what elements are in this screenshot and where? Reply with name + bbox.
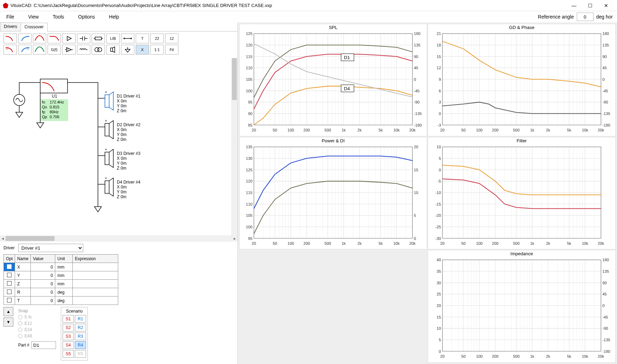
chart-impedance[interactable]: Impedance0510152025303540-180-135-90-450… (428, 250, 616, 363)
tool-lowpass2-red-icon[interactable] (3, 45, 17, 55)
table-row[interactable]: T0deg (4, 297, 118, 305)
tool-ground-icon[interactable] (121, 45, 134, 55)
tool-num2[interactable]: 12 (165, 34, 178, 43)
tool-play-icon[interactable] (62, 34, 76, 43)
svg-text:0: 0 (439, 349, 441, 354)
tool-buffer-icon[interactable] (62, 45, 76, 55)
scenario-R5[interactable]: R5 (75, 350, 86, 358)
refangle-input[interactable] (577, 13, 594, 21)
scenario-S3[interactable]: S3 (63, 333, 74, 340)
maximize-button[interactable]: ☐ (582, 0, 598, 11)
minimize-button[interactable]: — (566, 0, 582, 11)
svg-text:20k: 20k (598, 354, 604, 358)
driver-select[interactable]: Driver #1 (18, 244, 83, 252)
svg-text:X 0m: X 0m (117, 99, 127, 104)
tool-transfer-button[interactable]: G(f) (48, 45, 61, 55)
tab-crossover[interactable]: Crossover (21, 23, 48, 31)
svg-rect-5 (111, 48, 113, 51)
tool-zoom-fit[interactable]: Fit (165, 45, 178, 55)
svg-text:5k: 5k (567, 354, 571, 358)
refangle-unit: deg hor (596, 14, 613, 20)
menu-file[interactable]: File (4, 13, 16, 21)
svg-text:2k: 2k (546, 241, 550, 245)
snap-label: Snap (18, 308, 56, 313)
menu-options[interactable]: Options (76, 13, 97, 21)
chart-gdphase[interactable]: GD & Phase-3036912151821-180-135-90-4504… (428, 24, 616, 136)
tool-transformer-icon[interactable] (92, 45, 105, 55)
chart-powerdi[interactable]: Power & DI951001051101151201251301350510… (239, 137, 427, 250)
property-table[interactable]: Opt Name Value Unit Expression X0mmY0mmZ… (3, 254, 118, 305)
svg-point-4 (98, 48, 102, 52)
move-down-button[interactable]: ▼ (3, 317, 13, 327)
menu-tools[interactable]: Tools (51, 13, 66, 21)
svg-text:20: 20 (440, 241, 445, 245)
table-row[interactable]: X0mm (4, 263, 118, 271)
block-u1-name: U1 (52, 94, 57, 99)
svg-text:50: 50 (461, 354, 466, 358)
tool-lowpass-red-icon[interactable] (3, 34, 17, 43)
scenario-S5[interactable]: S5 (63, 350, 74, 358)
schematic-scrollbar-v[interactable] (231, 58, 237, 235)
schematic-canvas[interactable]: U1 fo172.4Hz Qo0.815 fp80Hz Qp0.706 + D1… (0, 58, 237, 235)
svg-text:D2 Driver #2: D2 Driver #2 (117, 122, 141, 127)
table-row[interactable]: Y0mm (4, 271, 118, 280)
svg-text:180: 180 (414, 31, 420, 36)
svg-text:5k: 5k (567, 241, 571, 245)
scenario-R2[interactable]: R2 (75, 324, 86, 331)
tool-bandpass-green-icon[interactable] (33, 45, 46, 55)
part-input[interactable] (31, 341, 56, 349)
scenario-R4[interactable]: R4 (75, 341, 86, 349)
svg-text:5: 5 (439, 156, 441, 160)
tool-library-button[interactable]: LIB (106, 34, 120, 43)
tool-text-button[interactable]: T (136, 34, 149, 43)
scenario-S1[interactable]: S1 (63, 315, 74, 323)
svg-rect-31 (105, 181, 109, 193)
svg-text:X 0m: X 0m (117, 127, 127, 132)
tab-drivers[interactable]: Drivers (0, 22, 21, 31)
tool-zoom-ratio[interactable]: 1:1 (150, 45, 164, 55)
svg-text:-3: -3 (438, 123, 441, 127)
tool-num1[interactable]: 22 (150, 34, 164, 43)
svg-text:-20: -20 (435, 213, 441, 217)
tool-capacitor-icon[interactable] (77, 34, 90, 43)
svg-text:135: 135 (414, 43, 420, 47)
tool-highpass2-blue-icon[interactable] (18, 45, 31, 55)
scenario-S2[interactable]: S2 (63, 324, 74, 331)
svg-rect-0 (95, 37, 101, 40)
tool-bandpass-red-icon[interactable] (33, 34, 46, 43)
svg-text:20k: 20k (598, 241, 604, 245)
svg-text:135: 135 (602, 43, 609, 47)
tool-delete-button[interactable]: X (136, 45, 149, 55)
svg-text:-135: -135 (602, 338, 610, 342)
chart-title: Impedance (428, 251, 615, 256)
close-button[interactable]: ✕ (598, 0, 614, 11)
tool-inductor-icon[interactable] (77, 45, 90, 55)
svg-text:18: 18 (437, 43, 441, 47)
schematic-scrollbar-h[interactable]: ◂ ▸ (0, 235, 237, 242)
menu-help[interactable]: Help (107, 13, 121, 21)
tool-highpass-blue-icon[interactable] (18, 34, 31, 43)
chart-filter[interactable]: Filter-30-25-20-15-10-505102050100200500… (428, 137, 616, 250)
svg-text:-90: -90 (602, 100, 608, 104)
scenario-S4[interactable]: S4 (63, 341, 74, 349)
chart-spl[interactable]: SPL859095100105110115120125-180-135-90-4… (239, 24, 427, 136)
table-row[interactable]: R0deg (4, 288, 118, 297)
scenario-R3[interactable]: R3 (75, 333, 86, 340)
move-up-button[interactable]: ▲ (3, 307, 13, 316)
svg-text:500: 500 (513, 241, 520, 245)
part-label: Part # (18, 343, 29, 348)
svg-text:200: 200 (304, 241, 310, 245)
tool-wire-icon[interactable] (121, 34, 134, 43)
table-row[interactable]: Z0mm (4, 280, 118, 288)
svg-text:125: 125 (246, 167, 253, 172)
tool-resistor-icon[interactable] (92, 34, 105, 43)
svg-text:Z 0m: Z 0m (117, 194, 126, 199)
menu-view[interactable]: View (26, 13, 41, 21)
svg-text:fp80Hz: fp80Hz (42, 110, 59, 114)
scenario-R1[interactable]: R1 (75, 315, 86, 323)
svg-text:2k: 2k (357, 241, 362, 245)
tool-shelf-red-icon[interactable] (48, 34, 61, 43)
svg-text:-45: -45 (602, 315, 608, 319)
svg-text:90: 90 (414, 55, 418, 59)
tool-speaker-icon[interactable] (106, 45, 120, 55)
